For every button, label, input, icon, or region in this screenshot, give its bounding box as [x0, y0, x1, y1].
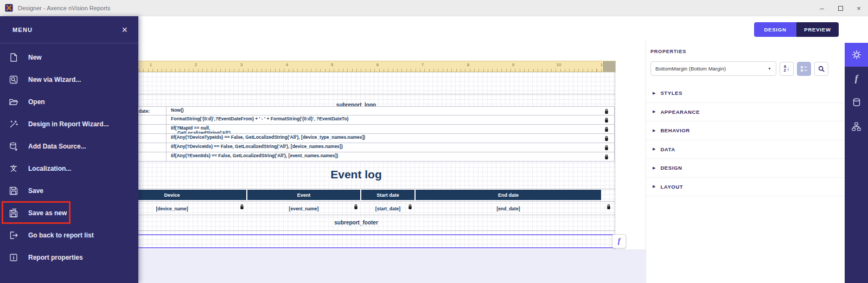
expression-row[interactable]: FormatString('{0:d}',?EventDateFrom) + '…: [138, 115, 615, 125]
ruler-number: 1: [150, 62, 152, 67]
save-icon: [8, 185, 19, 196]
expression-row[interactable]: Iif(Any(?DeviceIds) == False, GetLocaliz…: [138, 143, 615, 152]
expression-label: [138, 143, 167, 152]
sort-button[interactable]: AZ ↓: [780, 62, 794, 76]
menu-item-open[interactable]: Open: [0, 91, 138, 113]
design-tab[interactable]: DESIGN: [754, 22, 796, 37]
section-behavior[interactable]: ▶ BEHAVIOR: [646, 121, 845, 140]
table-header-cell[interactable]: Device: [138, 190, 246, 200]
menu-item-new[interactable]: New: [0, 46, 138, 68]
preview-tab[interactable]: PREVIEW: [796, 22, 839, 37]
menu-item-label: Go back to report list: [28, 231, 94, 239]
table-data-row[interactable]: [device_name] [event_name] [start_date] …: [138, 201, 615, 215]
report-page: 1 2 3 4 5 6 7 8 9 10 11 subreport_logo d…: [138, 61, 616, 249]
expression-label: [138, 125, 167, 133]
title-bar: Designer - Axence nVision Reports – ×: [0, 0, 868, 16]
table-header-row: Device Event Start date End date: [138, 190, 601, 200]
expression-table: date: Now() FormatString('{0:d}',?EventD…: [138, 106, 615, 162]
table-field[interactable]: [event_name]: [289, 206, 319, 211]
menu-item-save-as-new[interactable]: Save as new: [0, 202, 138, 224]
ruler-number: 9: [512, 62, 514, 67]
table-field[interactable]: [device_name]: [156, 206, 188, 211]
window-title: Designer - Axence nVision Reports: [18, 5, 110, 11]
chevron-right-icon: ▶: [653, 184, 655, 189]
menu-item-label: Design in Report Wizard...: [28, 120, 109, 128]
property-selector[interactable]: BottomMargin (Bottom Margin) ▼: [650, 61, 776, 76]
category-view-button[interactable]: [797, 62, 811, 76]
ruler-end-block: [603, 61, 615, 72]
table-field[interactable]: [end_date]: [497, 206, 520, 211]
canvas-outside-area: [138, 249, 646, 283]
data-sources-tab-button[interactable]: [845, 91, 868, 114]
expression-row[interactable]: date: Now(): [138, 106, 615, 115]
add-datasource-icon: [8, 141, 19, 152]
formula-button[interactable]: f: [612, 234, 626, 248]
section-label: LAYOUT: [660, 184, 683, 190]
ruler-number: 3: [240, 62, 242, 67]
lock-icon: [604, 154, 609, 160]
menu-item-localization[interactable]: Localization...: [0, 157, 138, 179]
function-icon: f: [855, 73, 858, 84]
band-separator: [138, 230, 615, 231]
ruler-number: 4: [286, 62, 288, 67]
section-label: DATA: [660, 146, 675, 152]
lock-icon: [408, 204, 412, 210]
lock-icon: [240, 204, 244, 210]
expression-value: Iif(Any(?DeviceTypeIds) == False, GetLoc…: [171, 134, 365, 140]
section-label: APPEARANCE: [660, 109, 700, 115]
ruler-number: 8: [467, 62, 469, 67]
table-field[interactable]: [start_date]: [375, 206, 400, 211]
expression-value: Iif(Any(?EventIds) == False, GetLocalize…: [171, 153, 338, 158]
section-design[interactable]: ▶ DESIGN: [646, 159, 845, 178]
minimize-button[interactable]: –: [813, 0, 831, 16]
maximize-button[interactable]: [831, 0, 850, 16]
menu-item-add-data-source[interactable]: Add Data Source...: [0, 135, 138, 157]
table-header-cell[interactable]: Start date: [361, 190, 414, 200]
expression-label: date:: [138, 107, 167, 115]
localization-icon: [8, 163, 19, 174]
expression-label: [138, 134, 167, 143]
band-separator: [138, 94, 615, 94]
table-header-cell[interactable]: Event: [247, 190, 360, 200]
menu-item-save[interactable]: Save: [0, 179, 138, 202]
menu-item-label: New: [28, 54, 42, 61]
wand-icon: [8, 119, 19, 130]
menu-item-go-back-to-report-list[interactable]: Go back to report list: [0, 224, 138, 246]
mode-switch: DESIGN PREVIEW: [754, 22, 839, 37]
menu-item-label: Add Data Source...: [28, 143, 86, 150]
database-icon: [852, 98, 861, 107]
expression-row[interactable]: Iif(Any(?DeviceTypeIds) == False, GetLoc…: [138, 134, 615, 143]
expression-row[interactable]: Iif(Any(?EventIds) == False, GetLocalize…: [138, 152, 615, 162]
properties-panel: PROPERTIES BottomMargin (Bottom Margin) …: [646, 41, 845, 283]
lock-icon: [604, 108, 609, 114]
open-folder-icon: [8, 97, 19, 107]
menu-item-report-properties[interactable]: Report properties: [0, 246, 138, 268]
gear-icon: [851, 49, 862, 60]
selected-band[interactable]: [138, 234, 615, 248]
properties-tab-button[interactable]: [845, 43, 868, 67]
section-appearance[interactable]: ▶ APPEARANCE: [646, 103, 845, 122]
maximize-icon: [838, 6, 843, 11]
sitemap-icon: [851, 121, 861, 132]
chevron-right-icon: ▶: [653, 147, 655, 151]
section-layout[interactable]: ▶ LAYOUT: [646, 178, 845, 197]
table-header-cell[interactable]: End date: [416, 190, 601, 200]
expression-row[interactable]: Iif(?MapId == null,GetLocalizedString('A…: [138, 125, 615, 134]
close-button[interactable]: ×: [850, 0, 868, 16]
report-canvas: 1 2 3 4 5 6 7 8 9 10 11 subreport_logo d…: [138, 16, 646, 283]
report-structure-tab-button[interactable]: [845, 114, 868, 138]
section-data[interactable]: ▶ DATA: [646, 140, 845, 159]
section-styles[interactable]: ▶ STYLES: [646, 84, 845, 103]
ruler-number: 5: [331, 62, 333, 67]
expressions-tab-button[interactable]: f: [845, 67, 868, 91]
report-title[interactable]: Event log: [138, 168, 615, 181]
menu-item-new-via-wizard[interactable]: New via Wizard...: [0, 68, 138, 91]
menu-item-design-in-report-wizard[interactable]: Design in Report Wizard...: [0, 113, 138, 135]
menu-close-button[interactable]: ×: [122, 25, 127, 35]
properties-title: PROPERTIES: [650, 49, 686, 54]
lock-icon: [604, 117, 609, 123]
footer-band[interactable]: subreport_footer: [138, 220, 615, 226]
menu-item-label: New via Wizard...: [28, 76, 81, 83]
search-button[interactable]: [814, 62, 828, 76]
new-file-icon: [8, 52, 19, 63]
